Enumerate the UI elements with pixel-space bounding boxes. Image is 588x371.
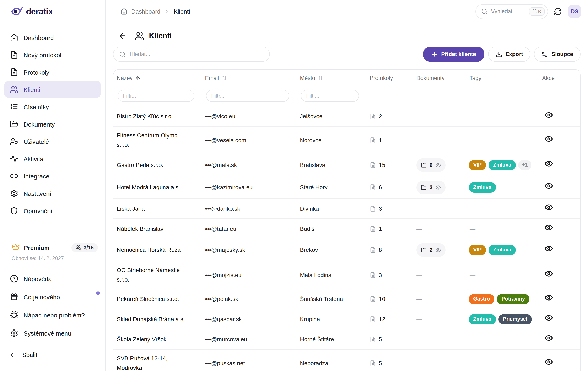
document-count-badge[interactable]: 3 [416,180,446,194]
sidebar-item-label: Systémové menu [23,330,71,337]
empty-value: — [416,295,422,302]
tag-overflow-badge: +1 [518,160,532,170]
breadcrumb-dashboard[interactable]: Dashboard [131,8,160,15]
view-client-button[interactable] [545,293,553,301]
user-avatar[interactable]: DS [568,5,581,18]
plus-icon [431,51,438,58]
sidebar-item-integrace[interactable]: Integrace [4,167,101,185]
file-icon [370,316,376,322]
sidebar-item-ciselniky[interactable]: Číselníky [4,98,101,115]
column-header-email[interactable]: Email [202,75,297,81]
tag-gastro[interactable]: Gastro [469,294,494,304]
global-search-field[interactable] [491,8,520,14]
global-search-input[interactable]: K [475,4,548,19]
view-client-button[interactable] [545,269,553,278]
bug-icon [10,311,18,319]
protocol-count: 12 [370,314,413,324]
client-name: Nábělek Branislav [114,224,202,233]
sidebar-item-dashboard[interactable]: Dashboard [4,29,101,46]
sloupce-button[interactable]: Sloupce [534,47,581,62]
link-icon [10,172,18,180]
tag-zmluva[interactable]: Zmluva [469,314,496,324]
table-search-input[interactable] [113,47,270,62]
pridat-klienta-button[interactable]: Přidat klienta [423,47,484,62]
column-header-nazev[interactable]: Název [114,75,202,81]
table-search-field[interactable] [130,51,264,57]
folder-open-icon [10,120,18,128]
tag-zmluva[interactable]: Zmluva [489,160,516,170]
view-client-button[interactable] [545,111,553,119]
client-email: •••@danko.sk [202,204,297,213]
column-header-dokumenty: Dokumenty [413,75,466,81]
sidebar-item-novy-protokol[interactable]: Nový protokol [4,46,101,63]
sidebar-item-co-je-noveho[interactable]: Co je nového [4,288,101,306]
sidebar-item-opravneni[interactable]: Oprávnění [4,202,101,219]
view-client-button[interactable] [545,223,553,231]
column-label: Tagy [470,75,481,81]
file-icon [370,137,376,143]
empty-value: — [470,113,475,119]
empty-value: — [470,137,475,143]
sidebar: deratix DashboardNový protokolProtokolyK… [0,0,106,371]
client-city: Horné Štitáre [297,334,367,344]
view-client-button[interactable] [545,203,553,211]
app-logo[interactable]: deratix [0,0,105,23]
view-client-button[interactable] [545,313,553,322]
tag-zmluva[interactable]: Zmluva [489,245,516,255]
view-client-button[interactable] [545,135,553,143]
sidebar-item-nastaveni[interactable]: Nastavení [4,185,101,202]
client-name: Hotel Modrá Lagúna a.s. [114,183,202,192]
sidebar-item-protokoly[interactable]: Protokoly [4,63,101,81]
tag-vip[interactable]: VIP [469,245,486,255]
view-client-button[interactable] [545,358,553,366]
sidebar-item-systemove-menu[interactable]: Systémové menu [4,324,101,342]
keyboard-shortcut-badge: K [529,7,545,15]
sliders-icon [542,51,548,58]
help-circle-icon [10,275,18,283]
client-email: •••@kazimirova.eu [202,183,297,192]
client-city: Neporadza [297,358,367,368]
back-button[interactable] [118,32,127,40]
collapse-sidebar-button[interactable]: Sbalit [0,344,105,365]
breadcrumb: DashboardKlienti [120,8,190,15]
sort-ascending-icon [135,75,141,81]
filter-input-mesto[interactable] [301,90,359,102]
protocol-count: 1 [370,224,413,233]
filter-input-email[interactable] [206,90,289,102]
sidebar-item-aktivita[interactable]: Aktivita [4,150,101,167]
tag-potraviny[interactable]: Potraviny [497,294,530,304]
breadcrumb-klienti[interactable]: Klienti [174,8,190,15]
sidebar-item-klienti[interactable]: Klienti [4,81,101,98]
view-client-button[interactable] [545,334,553,342]
empty-value: — [416,316,422,322]
sort-icon [318,75,323,81]
filter-input-nazev[interactable] [118,90,194,102]
client-name: Sklad Dunajská Brána a.s. [114,314,202,324]
view-client-button[interactable] [545,182,553,190]
document-count-badge[interactable]: 2 [416,243,446,257]
document-count-badge[interactable]: 6 [416,158,446,172]
sort-icon [221,75,227,81]
sidebar-item-uzivatele[interactable]: Uživatelé [4,133,101,150]
view-client-button[interactable] [545,160,553,168]
view-client-button[interactable] [545,244,553,253]
tag-vip[interactable]: VIP [469,160,486,170]
file-icon [370,336,376,342]
sidebar-item-napad-nebo-problem[interactable]: Nápad nebo problém? [4,306,101,324]
column-header-mesto[interactable]: Město [297,75,367,81]
eye-icon [545,111,553,119]
tag-priemysel[interactable]: Priemysel [498,314,532,324]
refresh-icon[interactable] [554,7,562,15]
empty-value: — [470,271,475,278]
protocol-count: 15 [370,160,413,170]
export-button[interactable]: Export [488,47,530,62]
eye-icon [545,182,553,190]
sidebar-item-label: Aktivita [23,155,43,162]
app-window: deratix DashboardNový protokolProtokolyK… [0,0,588,371]
sidebar-item-dokumenty[interactable]: Dokumenty [4,115,101,133]
tag-zmluva[interactable]: Zmluva [469,182,496,192]
client-email: •••@majesky.sk [202,245,297,255]
protocol-count: 3 [370,270,413,280]
sidebar-item-napoveda[interactable]: Nápověda [4,270,101,288]
search-icon [119,51,126,58]
